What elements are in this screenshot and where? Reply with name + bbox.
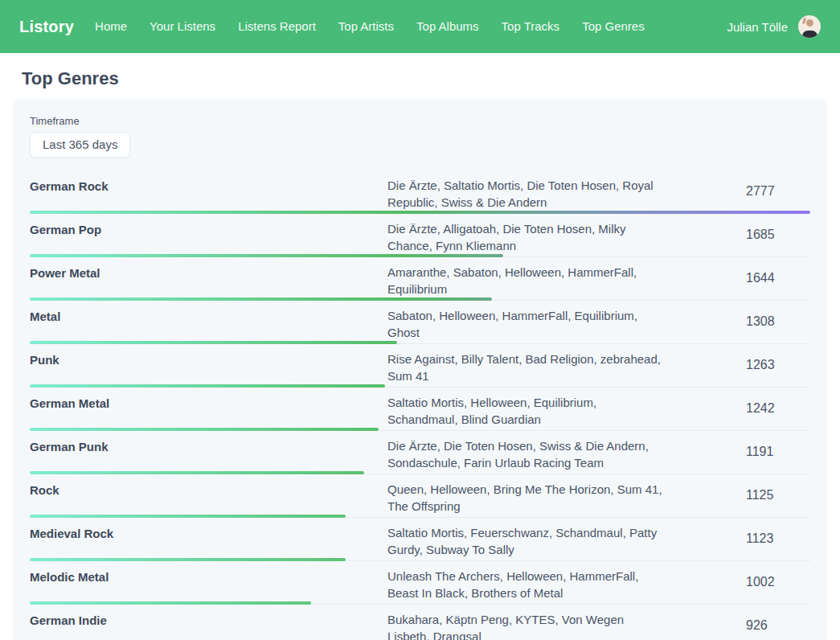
nav-links: HomeYour ListensListens ReportTop Artist… <box>95 19 645 34</box>
genre-name: Rock <box>30 481 387 515</box>
genre-count: 1685 <box>746 228 810 247</box>
genre-row: German Punk Die Ärzte, Die Toten Hosen, … <box>30 431 810 474</box>
genre-count: 1644 <box>746 271 810 290</box>
genre-table: German Rock Die Ärzte, Saltatio Mortis, … <box>30 170 810 640</box>
nav-item-home[interactable]: Home <box>95 19 127 33</box>
user-avatar[interactable] <box>798 15 821 38</box>
genre-name: German Metal <box>30 394 387 428</box>
genre-artists: Rise Against, Billy Talent, Bad Religion… <box>387 351 746 384</box>
nav-item-listens-report[interactable]: Listens Report <box>238 19 316 33</box>
genre-row: Power Metal Amaranthe, Sabaton, Hellowee… <box>30 257 810 301</box>
genre-name: Punk <box>30 351 387 384</box>
genre-artists: Saltatio Mortis, Feuerschwanz, Schandmau… <box>387 524 746 558</box>
genre-artists: Amaranthe, Sabaton, Helloween, HammerFal… <box>387 264 746 297</box>
nav-item-top-artists[interactable]: Top Artists <box>338 19 394 33</box>
genre-row: Medieval Rock Saltatio Mortis, Feuerschw… <box>30 518 810 561</box>
nav-item-top-genres[interactable]: Top Genres <box>582 19 645 33</box>
genre-row: German Pop Die Ärzte, Alligatoah, Die To… <box>30 214 810 257</box>
nav-item-your-listens[interactable]: Your Listens <box>150 19 215 33</box>
genre-artists: Die Ärzte, Die Toten Hosen, Swiss & Die … <box>387 437 746 471</box>
genre-count: 1308 <box>746 314 810 334</box>
genre-name: German Rock <box>30 177 387 211</box>
genre-artists: Die Ärzte, Saltatio Mortis, Die Toten Ho… <box>387 177 746 211</box>
genre-name: German Punk <box>30 437 387 471</box>
user-name: Julian Tölle <box>727 20 788 34</box>
genre-name: Power Metal <box>30 264 387 297</box>
nav-item-top-albums[interactable]: Top Albums <box>416 19 479 33</box>
genre-artists: Sabaton, Helloween, HammerFall, Equilibr… <box>387 307 746 341</box>
genre-count: 1125 <box>746 488 810 507</box>
genre-row: German Indie Bukahara, Käptn Peng, KYTES… <box>30 605 810 640</box>
genre-name: Medieval Rock <box>30 524 387 558</box>
genre-name: Melodic Metal <box>30 568 387 601</box>
nav-item-top-tracks[interactable]: Top Tracks <box>502 19 560 33</box>
timeframe-label: Timeframe <box>30 115 810 127</box>
top-genres-card: Timeframe Last 365 days German Rock Die … <box>13 99 827 640</box>
genre-count: 1123 <box>746 531 810 551</box>
genre-artists: Die Ärzte, Alligatoah, Die Toten Hosen, … <box>387 220 746 254</box>
genre-artists: Bukahara, Käptn Peng, KYTES, Von Wegen L… <box>387 611 746 640</box>
genre-count: 2777 <box>746 184 810 203</box>
genre-row: Rock Queen, Helloween, Bring Me The Hori… <box>30 474 810 518</box>
genre-name: German Indie <box>30 611 387 640</box>
timeframe-select[interactable]: Last 365 days <box>30 132 130 158</box>
genre-artists: Unleash The Archers, Helloween, HammerFa… <box>387 568 746 601</box>
genre-row: Metal Sabaton, Helloween, HammerFall, Eq… <box>30 301 810 344</box>
genre-count: 1002 <box>746 575 810 594</box>
genre-count: 926 <box>746 618 810 638</box>
navbar: Listory HomeYour ListensListens ReportTo… <box>0 0 840 53</box>
genre-name: German Pop <box>30 220 387 254</box>
user-menu[interactable]: Julian Tölle <box>727 15 821 38</box>
genre-count: 1191 <box>746 445 810 464</box>
genre-artists: Queen, Helloween, Bring Me The Horizon, … <box>387 481 746 515</box>
genre-row: Punk Rise Against, Billy Talent, Bad Rel… <box>30 344 810 388</box>
genre-artists: Saltatio Mortis, Helloween, Equilibrium,… <box>387 394 746 428</box>
page-title: Top Genres <box>22 68 840 89</box>
genre-count: 1263 <box>746 358 810 377</box>
genre-count: 1242 <box>746 401 810 421</box>
genre-row: Melodic Metal Unleash The Archers, Hello… <box>30 561 810 605</box>
app-logo[interactable]: Listory <box>19 18 74 36</box>
genre-row: German Metal Saltatio Mortis, Helloween,… <box>30 388 810 431</box>
genre-row: German Rock Die Ärzte, Saltatio Mortis, … <box>30 170 810 214</box>
genre-name: Metal <box>30 307 387 341</box>
